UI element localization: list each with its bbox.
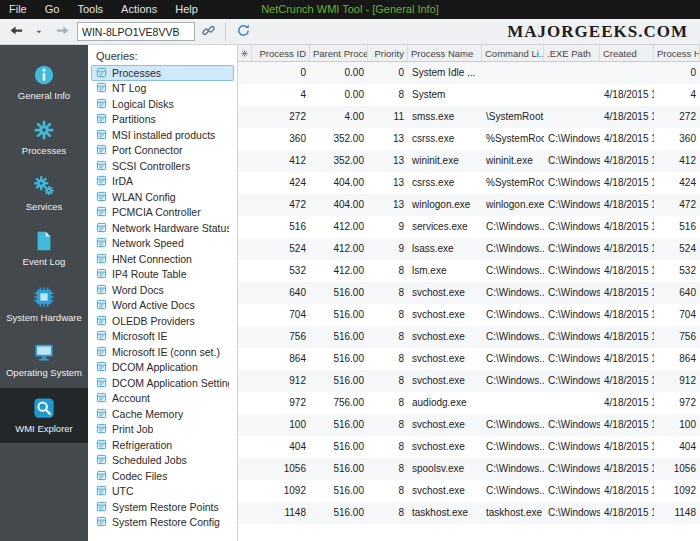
query-item-codec-files[interactable]: Codec Files xyxy=(91,468,234,484)
query-item-network-speed[interactable]: Network Speed xyxy=(91,236,234,252)
sidebar-item-services[interactable]: Services xyxy=(0,166,88,221)
query-item-logical-disks[interactable]: Logical Disks xyxy=(91,96,234,112)
sidebar-item-event-log[interactable]: Event Log xyxy=(0,221,88,276)
table-cell: C:\Windows... xyxy=(544,348,600,370)
query-item-cache-memory[interactable]: Cache Memory xyxy=(91,406,234,422)
table-row[interactable]: 524412.009lsass.exeC:\Windows...C:\Windo… xyxy=(238,238,700,260)
sidebar-item-wmi-explorer[interactable]: WMI Explorer xyxy=(0,388,88,443)
table-cell: 4/18/2015 10... xyxy=(600,326,654,348)
query-item-microsoft-ie-conn-set[interactable]: Microsoft IE (conn set.) xyxy=(91,344,234,360)
query-item-oledb-providers[interactable]: OLEDB Providers xyxy=(91,313,234,329)
table-cell: 11 xyxy=(368,106,408,128)
table-row[interactable]: 756516.008svchost.exeC:\Windows...C:\Win… xyxy=(238,326,700,348)
connect-button[interactable] xyxy=(198,22,218,42)
table-row[interactable]: 472404.0013winlogon.exewinlogon.exeC:\Wi… xyxy=(238,194,700,216)
table-cell: %SystemRoo... xyxy=(482,128,544,150)
menu-item-file[interactable]: File xyxy=(0,0,36,19)
query-item-network-hardware-status[interactable]: Network Hardware Status xyxy=(91,220,234,236)
table-row[interactable]: 704516.008svchost.exeC:\Windows...C:\Win… xyxy=(238,304,700,326)
table-cell: 4/18/2015 10... xyxy=(600,106,654,128)
query-item-system-restore-config[interactable]: System Restore Config xyxy=(91,515,234,531)
query-item-print-job[interactable]: Print Job xyxy=(91,422,234,438)
table-row[interactable]: 640516.008svchost.exeC:\Windows...C:\Win… xyxy=(238,282,700,304)
table-row[interactable]: 360352.0013csrss.exe%SystemRoo...C:\Wind… xyxy=(238,128,700,150)
back-button[interactable] xyxy=(6,22,26,42)
forward-button[interactable] xyxy=(52,22,72,42)
sidebar-item-system-hardware[interactable]: System Hardware xyxy=(0,277,88,332)
query-item-wlan-config[interactable]: WLAN Config xyxy=(91,189,234,205)
table-row[interactable]: 1056516.008spoolsv.exeC:\Windows...C:\Wi… xyxy=(238,458,700,480)
query-item-irda[interactable]: IrDA xyxy=(91,174,234,190)
query-item-ip4-route-table[interactable]: IP4 Route Table xyxy=(91,267,234,283)
column-header-process-name[interactable]: Process Name xyxy=(408,45,482,61)
refresh-button[interactable] xyxy=(233,22,253,42)
table-row[interactable]: 972756.008audiodg.exe4/18/2015 10...972 xyxy=(238,392,700,414)
sidebar-item-processes[interactable]: Processes xyxy=(0,110,88,165)
column-header-priority[interactable]: Priority xyxy=(368,45,408,61)
table-row[interactable]: 912516.008svchost.exeC:\Windows...C:\Win… xyxy=(238,370,700,392)
query-item-msi-installed-products[interactable]: MSI installed products xyxy=(91,127,234,143)
column-options-button[interactable] xyxy=(238,45,252,61)
column-header-created[interactable]: Created xyxy=(600,45,654,61)
column-header-process-id[interactable]: Process ID xyxy=(252,45,310,61)
query-item-processes[interactable]: Processes xyxy=(91,65,234,81)
history-dropdown-button[interactable] xyxy=(29,22,49,42)
table-row[interactable]: 404516.008svchost.exeC:\Windows...C:\Win… xyxy=(238,436,700,458)
table-row[interactable]: 00.000System Idle ...0 xyxy=(238,62,700,84)
table-row[interactable]: 2724.0011smss.exe\SystemRoot...4/18/2015… xyxy=(238,106,700,128)
gears-icon xyxy=(33,175,55,197)
menu-item-actions[interactable]: Actions xyxy=(112,0,166,19)
table-cell: 1056 xyxy=(252,458,310,480)
query-item-dcom-application[interactable]: DCOM Application xyxy=(91,360,234,376)
table-row[interactable]: 424404.0013csrss.exe%SystemRoo...C:\Wind… xyxy=(238,172,700,194)
majorgeeks-watermark: MAJORGEEKS.COM xyxy=(507,22,688,42)
table-cell: 516.00 xyxy=(310,436,368,458)
query-item-microsoft-ie[interactable]: Microsoft IE xyxy=(91,329,234,345)
host-address-input[interactable] xyxy=(77,22,195,41)
column-header-process-han[interactable]: Process Han... xyxy=(654,45,700,61)
query-item-label: Refrigeration xyxy=(112,439,172,451)
menu-item-go[interactable]: Go xyxy=(36,0,69,19)
table-cell: C:\Windows... xyxy=(544,414,600,436)
table-cell: 4/18/2015 10... xyxy=(600,84,654,106)
sidebar-item-general-info[interactable]: General Info xyxy=(0,55,88,110)
table-cell: 756 xyxy=(654,326,700,348)
table-cell: 4/18/2015 10... xyxy=(600,348,654,370)
query-item-account[interactable]: Account xyxy=(91,391,234,407)
query-item-scheduled-jobs[interactable]: Scheduled Jobs xyxy=(91,453,234,469)
query-item-word-docs[interactable]: Word Docs xyxy=(91,282,234,298)
table-row[interactable]: 864516.008svchost.exeC:\Windows...C:\Win… xyxy=(238,348,700,370)
menu-item-help[interactable]: Help xyxy=(166,0,207,19)
query-item-port-connector[interactable]: Port Connector xyxy=(91,143,234,159)
table-cell: 8 xyxy=(368,392,408,414)
query-item-hnet-connection[interactable]: HNet Connection xyxy=(91,251,234,267)
query-item-refrigeration[interactable]: Refrigeration xyxy=(91,437,234,453)
table-cell: 13 xyxy=(368,194,408,216)
menu-item-tools[interactable]: Tools xyxy=(68,0,112,19)
sidebar-item-label: System Hardware xyxy=(6,313,82,323)
column-header-command-li[interactable]: Command Li... xyxy=(482,45,544,61)
query-item-scsi-controllers[interactable]: SCSI Controllers xyxy=(91,158,234,174)
query-item-pcmcia-controller[interactable]: PCMCIA Controller xyxy=(91,205,234,221)
table-row[interactable]: 532412.008lsm.exeC:\Windows...C:\Windows… xyxy=(238,260,700,282)
table-row[interactable]: 1148516.008taskhost.exetaskhost.exeC:\Wi… xyxy=(238,502,700,524)
query-item-partitions[interactable]: Partitions xyxy=(91,112,234,128)
table-row[interactable]: 412352.0013wininit.exewininit.exeC:\Wind… xyxy=(238,150,700,172)
sidebar-item-operating-system[interactable]: Operating System xyxy=(0,332,88,387)
query-item-nt-log[interactable]: NT Log xyxy=(91,81,234,97)
column-header-exe-path[interactable]: .EXE Path xyxy=(544,45,600,61)
query-item-utc[interactable]: UTC xyxy=(91,484,234,500)
table-row[interactable]: 100516.008svchost.exeC:\Windows...C:\Win… xyxy=(238,414,700,436)
table-row[interactable]: 516412.009services.exeC:\Windows...C:\Wi… xyxy=(238,216,700,238)
row-leading-cell xyxy=(238,304,252,326)
query-item-dcom-application-settings[interactable]: DCOM Application Settings xyxy=(91,375,234,391)
table-cell: 0 xyxy=(654,62,700,84)
column-header-parent-proce[interactable]: Parent Proce... xyxy=(310,45,368,61)
table-row[interactable]: 1092516.008svchost.exeC:\Windows...C:\Wi… xyxy=(238,480,700,502)
query-item-system-restore-points[interactable]: System Restore Points xyxy=(91,499,234,515)
table-cell: 1148 xyxy=(252,502,310,524)
table-cell: 8 xyxy=(368,348,408,370)
table-row[interactable]: 40.008System4/18/2015 10...4 xyxy=(238,84,700,106)
table-cell: 912 xyxy=(654,370,700,392)
query-item-word-active-docs[interactable]: Word Active Docs xyxy=(91,298,234,314)
